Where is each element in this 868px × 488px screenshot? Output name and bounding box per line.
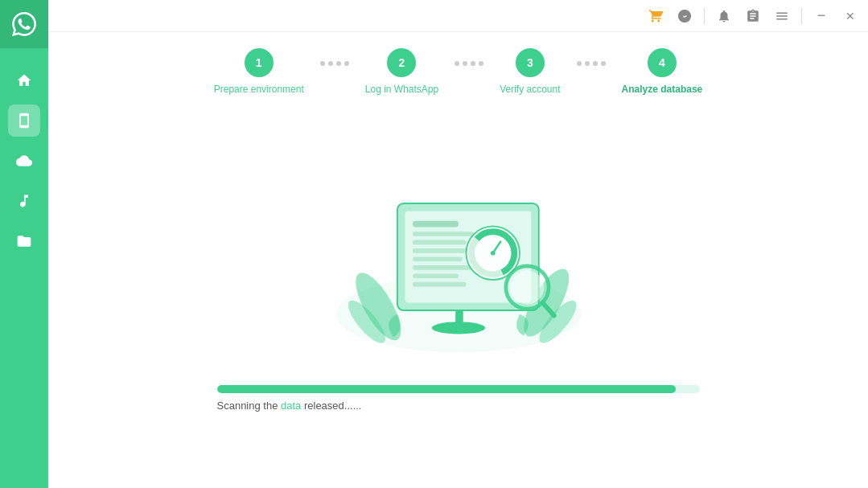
whatsapp-icon bbox=[12, 12, 36, 36]
step-1: 1 Prepare environment bbox=[214, 48, 304, 95]
steps-wrapper: 1 Prepare environment 2 Log in WhatsApp bbox=[214, 48, 703, 95]
notifications-button[interactable] bbox=[714, 6, 734, 26]
titlebar: − ✕ bbox=[48, 0, 868, 32]
bell-icon bbox=[717, 9, 731, 23]
app-logo bbox=[0, 0, 48, 48]
step-2-label: Log in WhatsApp bbox=[365, 84, 438, 95]
step-4-number: 4 bbox=[659, 56, 665, 69]
device-icon bbox=[16, 113, 32, 129]
folder-icon bbox=[16, 233, 32, 249]
cart-icon bbox=[648, 9, 663, 23]
dots-3-4 bbox=[577, 61, 606, 66]
svg-rect-8 bbox=[413, 220, 459, 227]
step-2-number: 2 bbox=[399, 56, 405, 69]
progress-bar-background bbox=[217, 385, 700, 393]
notes-icon bbox=[746, 9, 760, 23]
step-3: 3 Verify account bbox=[500, 48, 560, 95]
window-controls-divider bbox=[801, 8, 802, 24]
dots-1-2 bbox=[320, 61, 349, 66]
music-icon bbox=[16, 193, 32, 209]
dot bbox=[344, 61, 349, 66]
dot bbox=[479, 61, 483, 66]
step-3-label: Verify account bbox=[500, 84, 560, 95]
svg-rect-15 bbox=[413, 281, 467, 286]
sidebar-item-music[interactable] bbox=[8, 185, 40, 217]
svg-point-25 bbox=[431, 322, 485, 334]
progress-highlight-text: data bbox=[281, 400, 301, 412]
dot bbox=[328, 61, 333, 66]
step-1-number: 1 bbox=[256, 56, 262, 69]
step-1-circle: 1 bbox=[245, 48, 274, 77]
dot bbox=[336, 61, 341, 66]
sidebar bbox=[0, 0, 48, 488]
dot bbox=[585, 61, 590, 66]
minimize-button[interactable]: − bbox=[812, 6, 831, 26]
user-icon bbox=[677, 9, 692, 23]
progress-bar-fill bbox=[217, 385, 676, 393]
notes-button[interactable] bbox=[743, 6, 763, 26]
sidebar-item-cloud[interactable] bbox=[8, 145, 40, 177]
home-icon bbox=[16, 72, 32, 88]
svg-rect-9 bbox=[413, 232, 474, 236]
dot bbox=[463, 61, 467, 66]
step-3-circle: 3 bbox=[516, 48, 545, 77]
progress-container: Scanning the data released...... bbox=[217, 385, 700, 412]
illustration bbox=[306, 168, 611, 361]
dot bbox=[471, 61, 475, 66]
cloud-icon bbox=[16, 153, 32, 169]
sidebar-item-device[interactable] bbox=[8, 105, 40, 137]
sidebar-nav bbox=[0, 64, 48, 257]
step-4-label: Analyze database bbox=[622, 84, 703, 95]
svg-point-22 bbox=[510, 270, 544, 304]
svg-rect-10 bbox=[413, 240, 467, 244]
svg-point-20 bbox=[490, 250, 495, 255]
menu-button[interactable] bbox=[772, 6, 792, 26]
dot bbox=[577, 61, 582, 66]
steps-header: 1 Prepare environment 2 Log in WhatsApp bbox=[48, 32, 868, 107]
progress-status-text: Scanning the data released...... bbox=[217, 400, 700, 412]
step-1-label: Prepare environment bbox=[214, 84, 304, 95]
main-content: − ✕ 1 Prepare environment 2 bbox=[48, 0, 868, 488]
svg-rect-11 bbox=[413, 248, 470, 253]
sidebar-item-home[interactable] bbox=[8, 64, 40, 96]
dots-2-3 bbox=[455, 61, 483, 66]
close-button[interactable]: ✕ bbox=[841, 6, 860, 26]
menu-icon bbox=[775, 9, 789, 23]
svg-rect-14 bbox=[413, 273, 459, 278]
user-button[interactable] bbox=[675, 6, 694, 26]
cart-button[interactable] bbox=[646, 6, 665, 26]
main-illustration-area: Scanning the data released...... bbox=[48, 107, 868, 488]
dot bbox=[455, 61, 459, 66]
titlebar-icons: − ✕ bbox=[646, 6, 860, 26]
svg-rect-13 bbox=[413, 265, 474, 269]
titlebar-divider bbox=[704, 8, 705, 24]
monitor-illustration bbox=[306, 168, 611, 361]
step-4-circle: 4 bbox=[648, 48, 677, 77]
dot bbox=[320, 61, 325, 66]
dot bbox=[601, 61, 606, 66]
svg-rect-12 bbox=[413, 256, 463, 261]
step-2-circle: 2 bbox=[387, 48, 416, 77]
step-2: 2 Log in WhatsApp bbox=[365, 48, 438, 95]
step-3-number: 3 bbox=[527, 56, 533, 69]
sidebar-item-files[interactable] bbox=[8, 225, 40, 257]
step-4: 4 Analyze database bbox=[622, 48, 703, 95]
dot bbox=[593, 61, 598, 66]
